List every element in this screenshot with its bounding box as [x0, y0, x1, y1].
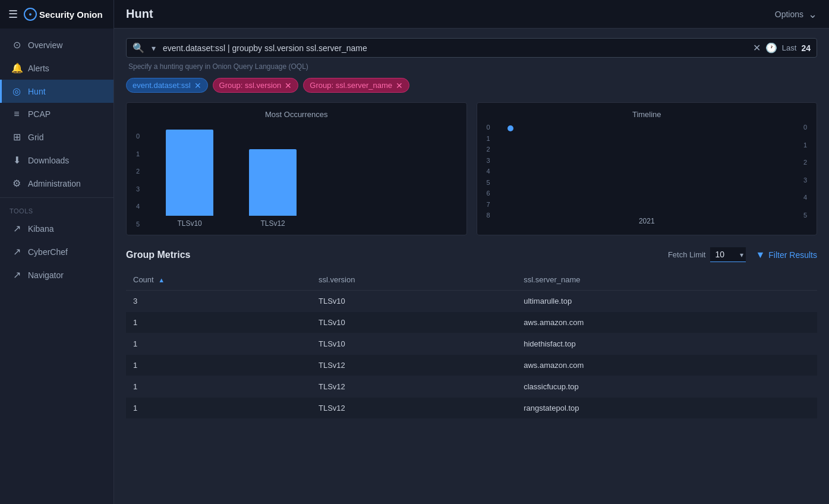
- external-link-icon: ↗: [11, 269, 22, 281]
- charts-row: Most Occurrences 5 4 3 2 1 0: [126, 102, 817, 235]
- search-icon[interactable]: 🔍: [133, 42, 144, 53]
- hamburger-icon[interactable]: ☰: [8, 8, 18, 21]
- x-axis-label: 2021: [639, 217, 655, 225]
- sidebar-item-pcap[interactable]: ≡ PCAP: [0, 103, 114, 125]
- sidebar-item-hunt[interactable]: ◎ Hunt: [0, 80, 114, 103]
- controls-right: Fetch Limit 10 25 50 100 ▾ ▼: [668, 247, 817, 262]
- cell-ssl-server-name: classicfucup.top: [516, 376, 817, 398]
- clear-search-icon[interactable]: ✕: [753, 42, 761, 53]
- cell-ssl-server-name: ultimarulle.top: [516, 291, 817, 312]
- logo: ● Security Onion: [24, 8, 103, 21]
- table-row[interactable]: 1TLSv12rangstatepol.top: [126, 398, 817, 419]
- chip-server-name[interactable]: Group: ssl.server_name ✕: [303, 78, 409, 93]
- hunt-icon: ◎: [11, 86, 22, 97]
- cell-count: 1: [126, 355, 311, 376]
- cell-ssl-version: TLSv12: [311, 355, 516, 376]
- search-input[interactable]: [163, 43, 748, 53]
- fetch-limit-select-wrapper: 10 25 50 100 ▾: [710, 247, 746, 262]
- timeline-dot: [508, 125, 513, 131]
- external-link-icon: ↗: [11, 246, 22, 257]
- grid-icon: ⊞: [11, 131, 22, 143]
- timeline-chart: Timeline 8 7 6 5 4 3 2 1 0: [477, 102, 818, 235]
- cell-ssl-version: TLSv12: [311, 398, 516, 419]
- top-bar: Hunt Options ⌄: [114, 0, 829, 29]
- administration-icon: ⚙: [11, 178, 22, 189]
- options-button[interactable]: Options ⌄: [775, 8, 817, 21]
- fetch-limit-select[interactable]: 10 25 50 100: [710, 247, 746, 262]
- clock-icon[interactable]: 🕐: [765, 42, 777, 53]
- chip-dataset[interactable]: event.dataset:ssl ✕: [126, 78, 208, 93]
- sidebar-item-label: Overview: [28, 40, 62, 50]
- close-icon[interactable]: ✕: [194, 81, 201, 90]
- sidebar-item-administration[interactable]: ⚙ Administration: [0, 172, 114, 195]
- col-label: ssl.server_name: [524, 275, 580, 284]
- table-body: 3TLSv10ultimarulle.top1TLSv10aws.amazon.…: [126, 291, 817, 419]
- close-icon[interactable]: ✕: [396, 81, 403, 90]
- col-ssl-version: ssl.version: [311, 269, 516, 291]
- close-icon[interactable]: ✕: [285, 81, 292, 90]
- table-row[interactable]: 1TLSv10aws.amazon.com: [126, 312, 817, 333]
- chart-area: 5 4 3 2 1 0 TLSv10: [136, 124, 457, 228]
- col-label: Count: [133, 275, 154, 284]
- col-label: ssl.version: [319, 275, 355, 284]
- options-label: Options: [775, 10, 803, 19]
- table-row[interactable]: 1TLSv10hidethisfact.top: [126, 333, 817, 355]
- bar-label: TLSv12: [260, 219, 285, 228]
- group-metrics-header: Group Metrics Fetch Limit 10 25 50 100 ▾: [126, 247, 817, 262]
- table-row[interactable]: 1TLSv12classicfucup.top: [126, 376, 817, 398]
- sidebar-item-label: Grid: [28, 133, 43, 142]
- sidebar-item-alerts[interactable]: 🔔 Alerts: [0, 56, 114, 80]
- content-area: 🔍 ▾ ✕ 🕐 Last 24 Specify a hunting query …: [114, 29, 829, 504]
- chip-label: Group: ssl.server_name: [310, 81, 392, 90]
- downloads-icon: ⬇: [11, 155, 22, 166]
- overview-icon: ⊙: [11, 39, 22, 51]
- cell-ssl-version: TLSv10: [311, 291, 516, 312]
- sidebar-divider: [0, 197, 114, 198]
- cell-ssl-server-name: aws.amazon.com: [516, 355, 817, 376]
- sidebar-item-label: Kibana: [28, 224, 54, 234]
- filter-results-button[interactable]: ▼ Filter Results: [755, 250, 817, 260]
- cell-ssl-server-name: aws.amazon.com: [516, 312, 817, 333]
- bar-tlsv12: TLSv12: [249, 149, 297, 228]
- table-row[interactable]: 1TLSv12aws.amazon.com: [126, 355, 817, 376]
- bar-rect[interactable]: [166, 130, 213, 216]
- col-count[interactable]: Count ▲: [126, 269, 311, 291]
- table-header-row: Count ▲ ssl.version ssl.server_name: [126, 269, 817, 291]
- time-value[interactable]: 24: [801, 43, 811, 53]
- sidebar-item-downloads[interactable]: ⬇ Downloads: [0, 149, 114, 172]
- main-content: Hunt Options ⌄ 🔍 ▾ ✕ 🕐 Last 24 Specify a…: [114, 0, 829, 504]
- external-link-icon: ↗: [11, 223, 22, 234]
- search-bar: 🔍 ▾ ✕ 🕐 Last 24: [126, 38, 817, 58]
- chevron-down-icon: ⌄: [808, 8, 817, 21]
- cell-ssl-version: TLSv10: [311, 312, 516, 333]
- alerts-icon: 🔔: [11, 62, 22, 74]
- sidebar-item-label: PCAP: [28, 109, 51, 119]
- sidebar-item-navigator[interactable]: ↗ Navigator: [0, 263, 114, 286]
- chip-label: Group: ssl.version: [219, 81, 282, 90]
- cell-ssl-server-name: rangstatepol.top: [516, 398, 817, 419]
- chip-label: event.dataset:ssl: [133, 81, 191, 90]
- page-title: Hunt: [126, 7, 153, 21]
- cell-count: 1: [126, 333, 311, 355]
- most-occurrences-chart: Most Occurrences 5 4 3 2 1 0: [126, 102, 467, 235]
- cell-count: 1: [126, 398, 311, 419]
- col-ssl-server-name: ssl.server_name: [516, 269, 817, 291]
- sidebar-item-kibana[interactable]: ↗ Kibana: [0, 217, 114, 240]
- sidebar-item-overview[interactable]: ⊙ Overview: [0, 33, 114, 56]
- search-dropdown-button[interactable]: ▾: [149, 43, 158, 53]
- sidebar-item-label: Hunt: [28, 87, 46, 96]
- bar-rect[interactable]: [249, 149, 297, 216]
- sidebar-item-grid[interactable]: ⊞ Grid: [0, 125, 114, 149]
- y-axis-right: 5 4 3 2 1 0: [803, 124, 807, 219]
- cell-count: 1: [126, 312, 311, 333]
- table-row[interactable]: 3TLSv10ultimarulle.top: [126, 291, 817, 312]
- logo-icon: ●: [24, 8, 37, 21]
- sidebar: ☰ ● Security Onion ⊙ Overview 🔔 Alerts ◎…: [0, 0, 114, 504]
- fetch-limit-wrapper: Fetch Limit 10 25 50 100 ▾: [668, 247, 746, 262]
- group-metrics-section: Group Metrics Fetch Limit 10 25 50 100 ▾: [126, 247, 817, 419]
- nav-items: ⊙ Overview 🔔 Alerts ◎ Hunt ≡ PCAP ⊞ Grid…: [0, 29, 114, 504]
- filter-chips: event.dataset:ssl ✕ Group: ssl.version ✕…: [126, 78, 817, 93]
- pcap-icon: ≡: [11, 109, 22, 119]
- sidebar-item-cyberchef[interactable]: ↗ CyberChef: [0, 240, 114, 263]
- chip-version[interactable]: Group: ssl.version ✕: [213, 78, 299, 93]
